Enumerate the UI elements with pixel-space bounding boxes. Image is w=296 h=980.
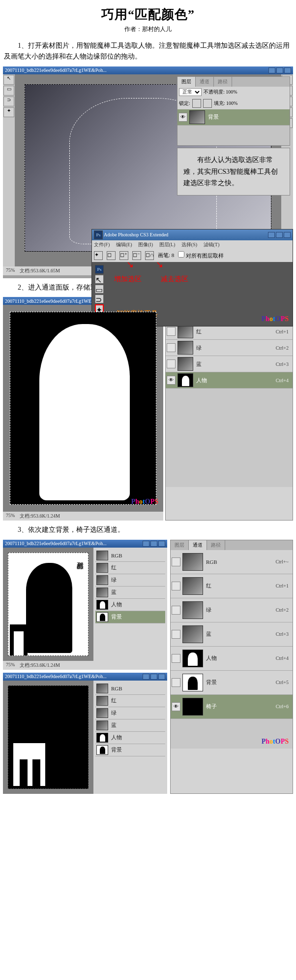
channel-person[interactable]: 👁人物Ctrl+4 <box>166 372 293 389</box>
menu-layer[interactable]: 图层(L) <box>159 242 176 247</box>
window-controls <box>268 67 291 73</box>
marquee-tool-icon[interactable]: ▭ <box>95 285 104 294</box>
fill-label: 填充: 100% <box>214 100 238 107</box>
mini-channels-panel: RGB 红 绿 蓝 人物 背景 <box>93 548 167 661</box>
minimize-button[interactable] <box>268 67 275 73</box>
maximize-button[interactable] <box>276 232 283 238</box>
tab-layers[interactable]: 图层 <box>178 77 196 87</box>
channel-background[interactable]: 背景Ctrl+5 <box>171 671 293 695</box>
figure-1: 20071110_bdb221e6ee9dee6d07a7rLg1WE&Poh.… <box>3 66 293 278</box>
window-title: 20071110_bdb221e6ee9dee6d07a7rLg1WE&Poh.… <box>5 67 107 73</box>
channel-thumb <box>178 341 193 355</box>
sub-selection-label: 减去选区 <box>161 275 188 284</box>
visibility-icon[interactable] <box>167 359 176 368</box>
lasso-tool-icon[interactable]: ⊃ <box>3 97 14 106</box>
photops-logo: PhotOPS <box>262 315 289 323</box>
tab-layers[interactable]: 图层 <box>171 540 189 550</box>
step-1-text: 1、打开素材图片，用智能魔棒工具选取人物。注意智能魔棒工具增加选区减去选区的运用… <box>0 38 296 65</box>
options-bar: ✦ ◻ ◻⁺ ◻⁻ ◻∩ 画笔: 8 对所有图层取样 <box>92 249 293 262</box>
toolbox-left: ↖ ▭ ⊃ ✦ <box>3 74 15 266</box>
wand-tool-icon[interactable]: ✦ <box>3 107 14 117</box>
sample-all-check[interactable]: 对所有图层取样 <box>178 251 224 260</box>
step-3-text: 3、依次建立背景，椅子选区通道。 <box>0 523 296 537</box>
lock-pixel-icon[interactable] <box>203 99 212 108</box>
new-sel-icon[interactable]: ◻ <box>107 251 116 260</box>
opacity-label: 不透明度: 100% <box>204 89 237 96</box>
channel-row[interactable]: 背景 <box>95 611 165 623</box>
move-tool-icon[interactable]: ↖ <box>95 275 104 284</box>
blend-mode-select[interactable]: 正常 <box>179 88 202 96</box>
visibility-icon[interactable]: 👁 <box>178 113 187 122</box>
menu-image[interactable]: 图像(I) <box>138 242 153 247</box>
figure-2: 20071110_bdb221e6ee9dee6d07a7rLg1WE&Poh.… <box>3 297 293 521</box>
channel-rgb[interactable]: RGBCtrl+~ <box>171 550 293 574</box>
channel-green[interactable]: 绿Ctrl+2 <box>171 598 293 622</box>
channel-row[interactable]: 人物 <box>95 732 165 744</box>
figure-3: 20071110_bdb221e6ee9dee6d07a7rLg1WE&Poh.… <box>3 540 293 794</box>
channel-chair[interactable]: 👁椅子Ctrl+6 <box>171 695 293 719</box>
status-bar: 75% 文档:953.6K/1.24M <box>3 512 163 521</box>
channels-panel-tall: 图层 通道 路径 RGBCtrl+~ 红Ctrl+1 绿Ctrl+2 蓝Ctrl… <box>170 540 293 794</box>
layer-controls-2: 锁定: 填充: 100% <box>178 98 290 109</box>
channel-thumb <box>178 325 193 338</box>
channel-red[interactable]: 红Ctrl+1 <box>171 574 293 598</box>
channel-green[interactable]: 绿Ctrl+2 <box>166 340 293 356</box>
ps-tool-icon: Ps <box>95 265 104 274</box>
channel-row[interactable]: 红 <box>95 562 165 574</box>
ps-window-title: Adobe Photoshop CS3 Extended <box>104 232 168 237</box>
visibility-icon[interactable] <box>167 327 176 336</box>
menu-select[interactable]: 选择(S) <box>181 242 197 247</box>
tab-channels[interactable]: 通道 <box>196 77 214 87</box>
channel-row[interactable]: 红 <box>95 695 165 707</box>
page-title: 巧用“匹配颜色” <box>0 0 296 25</box>
mini-ps-window-1: 20071110_bdb221e6ee9dee6d07a7rLg1WE&Poh.… <box>3 540 167 670</box>
magic-wand-icon[interactable]: ✦ <box>94 251 103 260</box>
lock-trans-icon[interactable] <box>192 99 201 108</box>
channel-row[interactable]: RGB <box>95 550 165 562</box>
close-button[interactable] <box>284 232 291 238</box>
zoom-value: 75% <box>6 513 15 520</box>
window-title: 20071110_bdb221e6ee9dee6d07a7rLg1WE&Poh.… <box>5 674 107 679</box>
mini-channels-panel: RGB 红 绿 蓝 人物 背景 <box>93 681 167 794</box>
channel-person[interactable]: 人物Ctrl+4 <box>171 647 293 671</box>
channel-row[interactable]: 蓝 <box>95 587 165 599</box>
lock-label: 锁定: <box>179 100 190 107</box>
window-titlebar: 20071110_bdb221e6ee9dee6d07a7rLg1WE&Poh.… <box>3 66 293 74</box>
channel-row[interactable]: 蓝 <box>95 719 165 732</box>
canvas-area <box>3 681 93 794</box>
ps-menubar: 文件(F) 编辑(E) 图像(I) 图层(L) 选择(S) 滤镜(T) <box>92 240 293 249</box>
channel-blue[interactable]: 蓝Ctrl+3 <box>166 356 293 372</box>
doc-size: 文档:953.6K/1.65M <box>20 267 60 274</box>
channel-row[interactable]: RGB <box>95 683 165 695</box>
close-button[interactable] <box>284 67 291 73</box>
lasso-tool-icon[interactable]: ⊃ <box>95 294 104 303</box>
tab-paths[interactable]: 路径 <box>214 77 232 87</box>
minimize-button[interactable] <box>268 232 275 238</box>
tab-channels[interactable]: 通道 <box>189 540 207 550</box>
zoom-value: 75% <box>6 267 15 274</box>
visibility-icon[interactable] <box>167 343 176 352</box>
menu-file[interactable]: 文件(F) <box>94 242 110 247</box>
channel-blue[interactable]: 蓝Ctrl+3 <box>171 622 293 647</box>
visibility-icon[interactable]: 👁 <box>167 376 176 385</box>
marquee-tool-icon[interactable]: ▭ <box>3 86 14 96</box>
arrow-icon: ↘ <box>126 259 134 270</box>
maximize-button[interactable] <box>276 67 283 73</box>
photops-logo: PhotOPS <box>131 498 158 506</box>
tab-paths[interactable]: 路径 <box>207 540 225 550</box>
move-tool-icon[interactable]: ↖ <box>3 75 14 85</box>
channel-row[interactable]: 人物 <box>95 599 165 611</box>
channel-row[interactable]: 背景 <box>95 744 165 756</box>
menu-filter[interactable]: 滤镜(T) <box>204 242 220 247</box>
intersect-sel-icon[interactable]: ◻∩ <box>145 251 154 260</box>
channel-row[interactable]: 绿 <box>95 707 165 719</box>
channel-mask-image <box>10 312 156 505</box>
menu-edit[interactable]: 编辑(E) <box>116 242 132 247</box>
bg-channel-mask: 那村作品 <box>8 553 89 656</box>
layer-row-bg[interactable]: 👁 背景 <box>178 109 290 126</box>
channel-row[interactable]: 绿 <box>95 574 165 587</box>
author-line: 作者：那村的人儿 <box>0 25 296 33</box>
photops-logo: PhotOPS <box>262 738 289 746</box>
arrow-icon: ↘ <box>156 259 163 270</box>
channel-thumb <box>178 357 193 371</box>
